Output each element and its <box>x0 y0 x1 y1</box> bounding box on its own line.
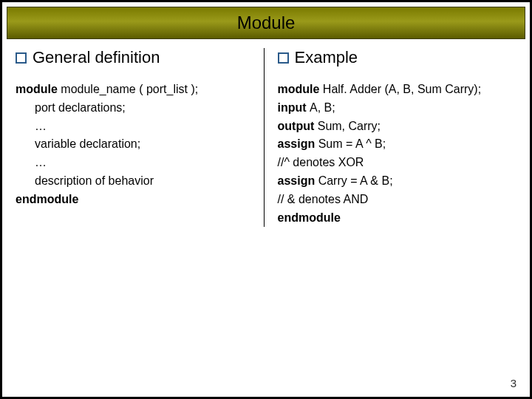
left-heading-text: General definition <box>33 48 160 67</box>
code-line: input A, B; <box>278 99 517 117</box>
code-line: description of behavior <box>16 172 255 191</box>
code-segment: module_name ( port_list ); <box>61 83 198 95</box>
bullet-square-icon <box>278 52 289 64</box>
code-line: endmodule <box>278 209 517 228</box>
code-segment: assign <box>278 137 318 150</box>
left-column: General definition module module_name ( … <box>16 48 264 227</box>
code-segment: endmodule <box>278 211 341 224</box>
code-segment: endmodule <box>16 193 78 205</box>
left-code-block: module module_name ( port_list );port de… <box>16 81 255 209</box>
code-segment: Half. Adder (A, B, Sum Carry); <box>323 83 481 95</box>
code-line: module module_name ( port_list ); <box>16 81 255 99</box>
code-segment: Sum = A ^ B; <box>318 137 386 150</box>
page-number: 3 <box>511 377 516 389</box>
bullet-square-icon <box>16 52 27 64</box>
code-segment: A, B; <box>310 101 335 114</box>
code-line: … <box>16 154 255 172</box>
code-segment: Carry = A & B; <box>318 174 393 187</box>
title-bar: Module <box>7 7 525 39</box>
code-line: module Half. Adder (A, B, Sum Carry); <box>278 81 517 99</box>
code-line: endmodule <box>16 191 255 209</box>
code-line: output Sum, Carry; <box>278 117 517 136</box>
code-line: //^ denotes XOR <box>278 154 517 172</box>
code-segment: //^ denotes XOR <box>278 156 364 168</box>
right-code-block: module Half. Adder (A, B, Sum Carry);inp… <box>278 81 517 227</box>
code-segment: output <box>278 120 318 132</box>
code-segment: module <box>16 83 61 95</box>
code-line: variable declaration; <box>16 135 255 154</box>
left-heading: General definition <box>16 48 255 67</box>
code-line: … <box>16 117 255 136</box>
code-line: // & denotes AND <box>278 191 517 209</box>
code-segment: description of behavior <box>35 174 154 187</box>
code-segment: assign <box>278 174 318 187</box>
code-segment: Sum, Carry; <box>318 120 381 132</box>
code-line: port declarations; <box>16 99 255 117</box>
right-heading-text: Example <box>295 48 358 67</box>
right-column: Example module Half. Adder (A, B, Sum Ca… <box>264 48 517 227</box>
content-area: General definition module module_name ( … <box>2 39 530 227</box>
code-line: assign Carry = A & B; <box>278 172 517 191</box>
code-segment: … <box>35 120 47 132</box>
code-segment: // & denotes AND <box>278 193 369 205</box>
slide: Module General definition module module_… <box>0 0 532 399</box>
code-segment: module <box>278 83 323 95</box>
code-segment: … <box>35 156 47 168</box>
right-heading: Example <box>278 48 517 67</box>
slide-title: Module <box>237 13 296 33</box>
code-segment: variable declaration; <box>35 137 140 150</box>
code-segment: port declarations; <box>35 101 126 114</box>
code-segment: input <box>278 101 310 114</box>
code-line: assign Sum = A ^ B; <box>278 135 517 154</box>
